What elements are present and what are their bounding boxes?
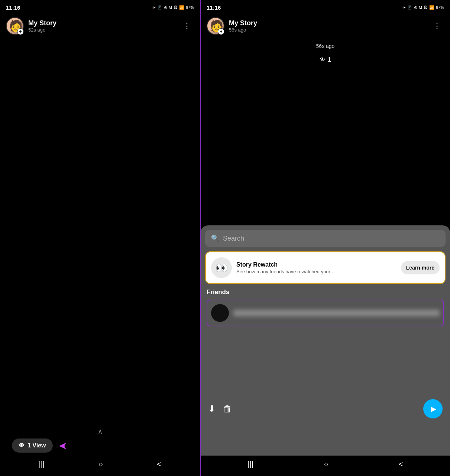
status-bar-right: 11:16 ✈ 📱 ⊙ M 🖼 📶 67% xyxy=(201,0,450,13)
swipe-up-icon: ∧ xyxy=(98,427,103,436)
status-bar-left: 11:16 ✈ 📱 ⊙ M 🖼 📶 67% xyxy=(0,0,200,13)
story-timestamp-left: 52s ago xyxy=(28,27,175,33)
friends-title: Friends xyxy=(207,288,444,296)
story-timestamp-right: 56s ago xyxy=(229,27,425,33)
header-title-right: My Story 56s ago xyxy=(229,19,425,33)
avatar-plus-left: + xyxy=(17,28,24,35)
send-icon: ▶ xyxy=(431,404,436,413)
instagram-icon: ⊙ xyxy=(164,5,167,10)
view-count-row: 👁 1 View ➤ xyxy=(6,438,194,453)
left-phone: 11:16 ✈ 📱 ⊙ M 🖼 📶 67% + My Story 52s ago… xyxy=(0,0,201,476)
bottom-bar-left: ∧ 👁 1 View ➤ xyxy=(0,423,200,456)
time-right: 11:16 xyxy=(207,4,221,11)
gmail-icon-r: M xyxy=(419,5,422,10)
battery-right: 67% xyxy=(436,5,444,10)
eye-icon: 👁 xyxy=(19,442,25,449)
rewatch-desc: See how many friends have rewatched your… xyxy=(236,269,396,274)
story-content-right: 56s ago 👁 1 🔍 Search 👀 Story Rewatch See… xyxy=(201,39,450,456)
status-icons-right: ✈ 📱 ⊙ M 🖼 📶 67% xyxy=(402,5,444,10)
header-right: + My Story 56s ago ⋮ xyxy=(201,13,450,39)
gallery-icon: 🖼 xyxy=(174,5,178,10)
view-count-center: 👁 1 xyxy=(201,53,450,66)
arrow-annotation: ➤ xyxy=(59,440,67,452)
whatsapp-icon-r: 📱 xyxy=(407,5,412,10)
learn-more-button[interactable]: Learn more xyxy=(401,261,440,274)
friend-item[interactable] xyxy=(207,300,444,326)
instagram-icon-r: ⊙ xyxy=(414,5,417,10)
telegram-icon-r: ✈ xyxy=(402,5,406,10)
friend-name-blurred xyxy=(233,310,440,316)
avatar-left[interactable]: + xyxy=(6,17,24,35)
panel-bottom-actions: ⬇ 🗑 ▶ xyxy=(201,399,450,418)
slide-panel: 🔍 Search 👀 Story Rewatch See how many fr… xyxy=(201,225,450,456)
avatar-plus-right: + xyxy=(218,28,224,35)
signal-icon-r: 📶 xyxy=(429,5,434,10)
header-title-left: My Story 52s ago xyxy=(28,19,175,33)
rewatch-title: Story Rewatch xyxy=(236,261,396,268)
delete-icon[interactable]: 🗑 xyxy=(223,404,232,414)
friends-section: Friends xyxy=(205,288,446,326)
whatsapp-icon: 📱 xyxy=(157,5,162,10)
search-bar[interactable]: 🔍 Search xyxy=(205,230,446,247)
nav-home-left[interactable]: ○ xyxy=(98,460,103,469)
nav-menu-left[interactable]: ||| xyxy=(39,460,45,469)
signal-icon: 📶 xyxy=(179,5,184,10)
more-menu-right[interactable]: ⋮ xyxy=(430,20,444,32)
send-button[interactable]: ▶ xyxy=(423,399,443,418)
rewatch-text: Story Rewatch See how many friends have … xyxy=(236,261,396,274)
time-left: 11:16 xyxy=(6,4,20,11)
nav-bar-right: ||| ○ < xyxy=(201,456,450,476)
status-icons-left: ✈ 📱 ⊙ M 🖼 📶 67% xyxy=(152,5,194,10)
view-count-label: 1 View xyxy=(27,442,46,449)
telegram-icon: ✈ xyxy=(152,5,156,10)
action-icons: ⬇ 🗑 xyxy=(208,404,232,414)
nav-menu-right[interactable]: ||| xyxy=(248,460,254,469)
nav-bar-left: ||| ○ < xyxy=(0,456,200,476)
story-title-right: My Story xyxy=(229,19,425,27)
avatar-right[interactable]: + xyxy=(207,17,224,35)
battery-left: 67% xyxy=(186,5,194,10)
friend-avatar xyxy=(211,304,229,322)
purple-arrow-icon: ➤ xyxy=(59,440,67,452)
timestamp-center: 56s ago xyxy=(201,39,450,53)
story-content-left xyxy=(0,39,200,423)
rewatch-emoji: 👀 xyxy=(211,257,232,278)
search-icon: 🔍 xyxy=(211,234,219,242)
nav-back-left[interactable]: < xyxy=(157,460,161,469)
nav-back-right[interactable]: < xyxy=(399,460,403,469)
gmail-icon: M xyxy=(169,5,172,10)
view-count-badge[interactable]: 👁 1 View xyxy=(12,438,53,453)
search-placeholder: Search xyxy=(223,235,244,242)
right-phone: 11:16 ✈ 📱 ⊙ M 🖼 📶 67% + My Story 56s ago… xyxy=(201,0,450,476)
nav-home-right[interactable]: ○ xyxy=(324,460,328,469)
eye-icon-center: 👁 xyxy=(320,56,326,63)
story-title-left: My Story xyxy=(28,19,175,27)
header-left: + My Story 52s ago ⋮ xyxy=(0,13,200,39)
view-number: 1 xyxy=(328,56,331,63)
download-icon[interactable]: ⬇ xyxy=(208,404,216,414)
more-menu-left[interactable]: ⋮ xyxy=(180,20,194,32)
gallery-icon-r: 🖼 xyxy=(424,5,428,10)
rewatch-card: 👀 Story Rewatch See how many friends hav… xyxy=(205,251,446,284)
